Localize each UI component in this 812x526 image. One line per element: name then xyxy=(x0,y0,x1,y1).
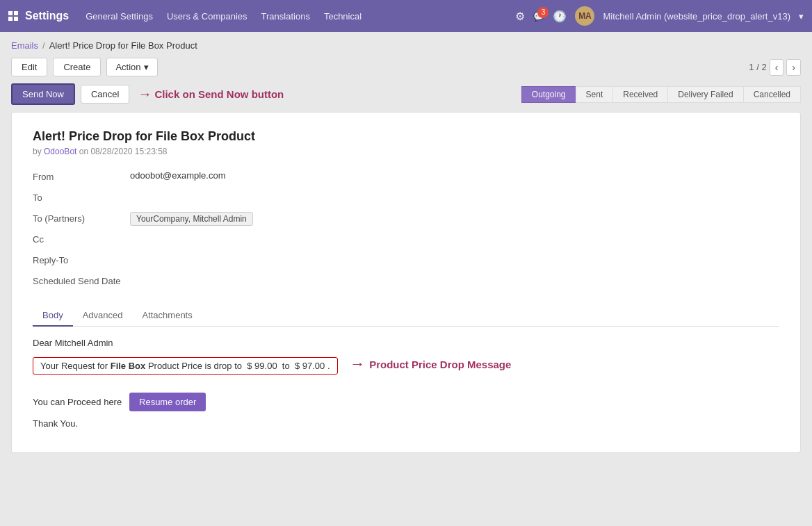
create-button[interactable]: Create xyxy=(53,58,101,76)
scheduled-label: Scheduled Send Date xyxy=(33,274,130,286)
user-name: Mitchell Admin (website_price_drop_alert… xyxy=(603,11,790,22)
app-title: Settings xyxy=(25,10,69,22)
cancel-button[interactable]: Cancel xyxy=(81,85,129,104)
grid-icon[interactable] xyxy=(8,11,18,21)
svg-rect-1 xyxy=(14,11,18,15)
nav-users-companies[interactable]: Users & Companies xyxy=(167,8,247,24)
breadcrumb-current: Alert! Price Drop for File Box Product xyxy=(49,40,197,51)
pagination: 1 / 2 ‹ › xyxy=(749,59,801,76)
svg-rect-3 xyxy=(14,17,18,21)
sub-toolbar: Send Now Cancel → Click on Send Now butt… xyxy=(11,83,801,105)
nav-technical[interactable]: Technical xyxy=(324,8,362,24)
resume-order-button[interactable]: Resume order xyxy=(129,393,206,411)
to-label: To xyxy=(33,191,130,203)
to-partners-value: YourCompany, Mitchell Admin xyxy=(130,212,253,226)
svg-rect-0 xyxy=(8,11,13,15)
email-title: Alert! Price Drop for File Box Product xyxy=(33,129,779,144)
tab-advanced[interactable]: Advanced xyxy=(73,305,133,327)
status-delivery-failed[interactable]: Delivery Failed xyxy=(667,86,743,103)
email-meta: by OdooBot on 08/28/2020 15:23:58 xyxy=(33,147,779,156)
price-annotation-arrow-icon: → xyxy=(350,355,365,373)
prev-page-button[interactable]: ‹ xyxy=(770,59,784,76)
field-from: From odoobot@example.com xyxy=(33,170,779,187)
next-page-button[interactable]: › xyxy=(786,59,801,76)
proceed-line: You can Proceed here Resume order xyxy=(33,393,779,411)
action-button[interactable]: Action ▾ xyxy=(106,58,157,76)
clock-icon[interactable]: 🕐 xyxy=(553,10,567,23)
email-greeting: Dear Mitchell Admin xyxy=(33,338,779,348)
user-dropdown-icon[interactable]: ▾ xyxy=(799,11,804,22)
main-container: Emails / Alert! Price Drop for File Box … xyxy=(0,32,812,526)
status-sent[interactable]: Sent xyxy=(576,86,614,103)
status-outgoing[interactable]: Outgoing xyxy=(521,86,576,103)
cog-icon[interactable]: ⚙ xyxy=(515,10,525,23)
reply-to-label: Reply-To xyxy=(33,254,130,265)
field-to: To xyxy=(33,191,779,208)
edit-button[interactable]: Edit xyxy=(11,58,47,76)
field-cc: Cc xyxy=(33,233,779,249)
cc-label: Cc xyxy=(33,233,130,245)
price-box: Your Request for File Box Product Price … xyxy=(33,357,338,375)
notification-bell[interactable]: 💬 3 xyxy=(533,11,544,22)
price-annotation-text: Product Price Drop Message xyxy=(369,359,511,370)
email-tabs: Body Advanced Attachments xyxy=(33,305,779,327)
field-scheduled: Scheduled Send Date xyxy=(33,274,779,291)
price-drop-annotation: → Product Price Drop Message xyxy=(350,355,511,373)
to-partners-label: To (Partners) xyxy=(33,212,130,224)
topbar: Settings General Settings Users & Compan… xyxy=(0,0,812,32)
svg-rect-2 xyxy=(8,17,13,21)
email-card: Alert! Price Drop for File Box Product b… xyxy=(11,112,801,453)
notification-badge: 3 xyxy=(537,7,549,18)
thanks-text: Thank You. xyxy=(33,418,779,429)
top-nav: General Settings Users & Companies Trans… xyxy=(86,8,515,24)
avatar[interactable]: MA xyxy=(575,6,594,26)
tab-body[interactable]: Body xyxy=(33,305,73,327)
from-value: odoobot@example.com xyxy=(130,170,226,181)
price-message-row: Your Request for File Box Product Price … xyxy=(33,355,511,383)
from-label: From xyxy=(33,170,130,182)
send-now-button[interactable]: Send Now xyxy=(11,83,75,105)
status-cancelled[interactable]: Cancelled xyxy=(743,86,801,103)
tab-attachments[interactable]: Attachments xyxy=(132,305,202,327)
breadcrumb-separator: / xyxy=(42,40,45,51)
topbar-right: ⚙ 💬 3 🕐 MA Mitchell Admin (website_price… xyxy=(515,6,804,26)
breadcrumb: Emails / Alert! Price Drop for File Box … xyxy=(11,40,801,51)
email-body: Dear Mitchell Admin Your Request for Fil… xyxy=(33,338,779,429)
send-now-annotation: → Click on Send Now button xyxy=(138,86,284,102)
nav-general-settings[interactable]: General Settings xyxy=(86,8,153,24)
partner-badge: YourCompany, Mitchell Admin xyxy=(130,212,253,226)
email-date: on 08/28/2020 15:23:58 xyxy=(79,147,168,156)
toolbar: Edit Create Action ▾ 1 / 2 ‹ › xyxy=(11,58,801,76)
email-author[interactable]: OdooBot xyxy=(44,147,76,156)
field-reply-to: Reply-To xyxy=(33,254,779,270)
field-to-partners: To (Partners) YourCompany, Mitchell Admi… xyxy=(33,212,779,229)
nav-translations[interactable]: Translations xyxy=(261,8,310,24)
pagination-text: 1 / 2 xyxy=(749,62,766,72)
annotation-text: Click on Send Now button xyxy=(154,88,284,100)
proceed-text: You can Proceed here xyxy=(33,397,122,407)
action-dropdown-icon: ▾ xyxy=(144,62,149,72)
status-pipeline: Outgoing Sent Received Delivery Failed C… xyxy=(521,86,801,103)
annotation-arrow-icon: → xyxy=(138,86,152,102)
breadcrumb-emails-link[interactable]: Emails xyxy=(11,40,38,51)
status-received[interactable]: Received xyxy=(612,86,668,103)
